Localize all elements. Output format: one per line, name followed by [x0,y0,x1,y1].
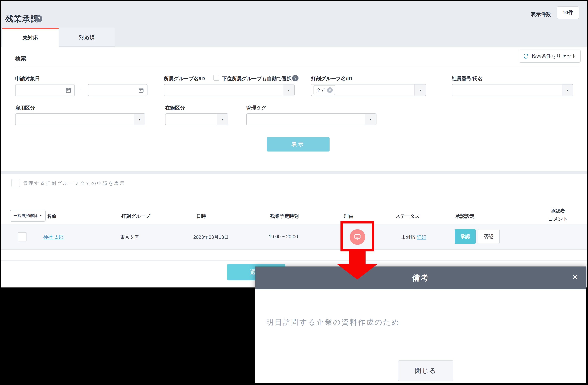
time-group-label: 打刻グループ名/ID [311,75,352,82]
chevron-down-icon: ▼ [566,89,569,92]
column-header-status: ステータス [395,213,420,219]
approve-button[interactable]: 承認 [455,229,476,244]
row-status-cell: 未対応 詳細 [401,234,426,240]
search-divider [15,67,581,67]
reset-search-label: 検索条件をリセット [531,53,576,60]
chevron-down-icon: ▼ [288,89,290,92]
chevron-down-icon: ▼ [419,89,422,92]
caret-zone: ▼ [414,84,426,96]
refresh-icon [523,53,529,59]
time-group-chip-label: 全て [316,87,325,93]
bulk-select-label: 一括選択/解除 [14,213,38,218]
chevron-down-icon: ▼ [369,118,372,121]
show-results-button[interactable]: 表示 [267,137,330,151]
tab-done[interactable]: 対応済 [59,28,115,47]
caret-zone: ▼ [562,84,573,96]
chevron-down-icon: ▼ [138,118,141,121]
show-all-requests-label: 管理する打刻グループ全ての申請を表示 [23,180,126,186]
org-group-select-value [164,84,283,96]
display-count-label: 表示件数 [531,11,551,18]
column-header-approver-comment: コメント [548,216,568,222]
enrollment-label: 在籍区分 [165,104,185,111]
calendar-icon [65,87,72,93]
target-date-label: 申請対象日 [15,75,40,82]
employee-select[interactable]: ▼ [452,84,573,96]
tag-select-value [247,114,365,125]
employee-select-value [452,84,562,96]
page-title: 残業承認 [5,13,39,24]
row-separator [1,249,587,250]
annotation-arrow-head [337,264,378,280]
show-all-requests-checkbox[interactable] [11,179,20,187]
row-time: 19:00 ~ 20:00 [269,234,298,240]
page-help-icon[interactable]: ? [35,15,42,22]
reset-search-button[interactable]: 検索条件をリセット [519,50,581,63]
time-group-select[interactable]: 全て × ▼ [311,84,426,96]
bulk-select-button[interactable]: 一括選択/解除 ▼ [10,210,45,222]
tag-label: 管理タグ [246,104,266,111]
employment-select[interactable]: ▼ [15,113,145,125]
row-checkbox[interactable] [18,232,27,242]
modal-close-button[interactable]: 閉じる [398,360,453,381]
column-header-overtime: 残業予定時刻 [270,213,299,219]
column-header-reason: 理由 [344,213,354,219]
date-range-separator: ~ [78,87,81,93]
calendar-icon [138,87,144,93]
modal-header: 備考 ✕ [255,266,587,289]
search-panel: 検索 検索条件をリセット 申請対象日 所属グループ名/ID 下位所属グループも自… [1,47,587,171]
annotation-highlight-box [340,221,374,251]
target-date-to-input[interactable] [88,84,147,96]
modal-body-text: 明日訪問する企業の資料作成のため [266,317,400,327]
sub-group-checkbox-label: 下位所属グループも自動で選択 [222,75,292,82]
employment-select-value [16,114,134,125]
row-name-link[interactable]: 神社 太郎 [43,234,64,240]
target-date-from-input[interactable] [15,84,75,96]
column-header-datetime: 日時 [196,213,206,219]
modal-title: 備考 [412,273,430,283]
column-header-approval: 承認設定 [456,213,475,219]
status-detail-link[interactable]: 詳細 [417,235,426,240]
display-count-select[interactable]: 10件 [557,6,579,19]
screenshot-canvas: 残業承認 ? 表示件数 10件 未対応 対応済 検索 検索条件をリセット [0,0,588,385]
enrollment-select-value [166,114,217,125]
remarks-modal: 備考 ✕ 明日訪問する企業の資料作成のため 閉じる [255,266,587,383]
employment-label: 雇用区分 [15,104,35,111]
row-date: 2023年03月13日 [193,234,229,240]
column-header-group: 打刻グループ [121,213,150,219]
caret-zone: ▼ [217,114,228,125]
row-group: 東京支店 [120,234,139,240]
employee-label: 社員番号/氏名 [452,75,483,82]
tab-pending[interactable]: 未対応 [2,28,59,47]
status-text: 未対応 [401,235,416,240]
chevron-down-icon: ▼ [40,214,42,217]
app-window: 残業承認 ? 表示件数 10件 未対応 対応済 検索 検索条件をリセット [1,1,587,287]
caret-zone: ▼ [365,114,376,125]
close-icon[interactable]: ✕ [572,274,578,281]
time-group-chip[interactable]: 全て × [314,85,335,95]
sub-group-checkbox[interactable] [213,75,219,81]
annotation-arrow [349,251,366,264]
row-separator [1,260,587,261]
time-group-select-value: 全て × [311,84,414,96]
caret-zone: ▼ [134,114,145,125]
column-header-name: 名前 [47,213,56,219]
org-group-select[interactable]: ▼ [164,84,294,96]
column-header-approver-comment: 承認者 [551,208,565,214]
caret-zone: ▼ [283,84,294,96]
chip-remove-icon[interactable]: × [327,87,333,93]
sub-group-help-icon[interactable]: ? [292,75,298,81]
tag-select[interactable]: ▼ [246,113,377,125]
org-group-label: 所属グループ名/ID [164,75,205,82]
search-heading: 検索 [15,55,26,62]
reject-button[interactable]: 否認 [478,229,500,244]
enrollment-select[interactable]: ▼ [165,113,228,125]
chevron-down-icon: ▼ [221,118,224,121]
